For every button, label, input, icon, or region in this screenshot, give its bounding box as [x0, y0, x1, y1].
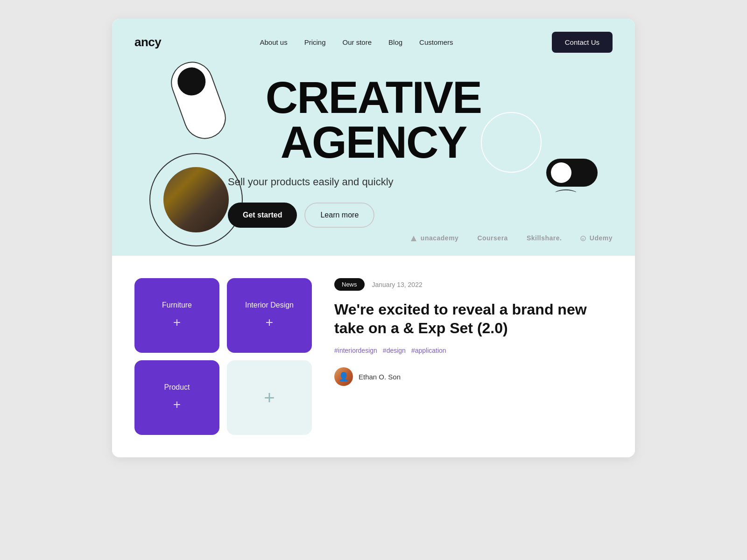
article-title: We're excited to reveal a brand new take… — [334, 300, 613, 337]
news-badge: News — [334, 278, 365, 291]
hero-title: CREATIVE AGENCY — [134, 75, 613, 165]
nav-blog[interactable]: Blog — [388, 38, 402, 46]
article-tags: #interiordesign #design #application — [334, 347, 613, 354]
hero-subtitle: Sell your products easily and quickly — [228, 174, 405, 189]
article-section: News January 13, 2022 We're excited to r… — [334, 278, 613, 435]
partner-skillshare: Skillshare. — [527, 234, 562, 242]
article-author: 👤 Ethan O. Son — [334, 367, 613, 386]
hero-section: ancy About us Pricing Our store Blog Cus… — [112, 19, 635, 256]
product-card[interactable]: Product + — [134, 360, 219, 435]
hero-buttons: Get started Learn more — [228, 203, 613, 228]
contact-us-button[interactable]: Contact Us — [552, 32, 613, 53]
nav-customers[interactable]: Customers — [419, 38, 453, 46]
interior-design-card[interactable]: Interior Design + — [227, 278, 312, 353]
author-name: Ethan O. Son — [359, 373, 401, 381]
svg-text:u: u — [582, 237, 585, 240]
nav-about-us[interactable]: About us — [260, 38, 287, 46]
page-wrapper: ancy About us Pricing Our store Blog Cus… — [112, 19, 635, 457]
circle-photo-decoration — [149, 153, 243, 246]
partner-unacademy-icon — [410, 235, 417, 242]
nav-our-store[interactable]: Our store — [343, 38, 372, 46]
svg-marker-0 — [411, 236, 416, 241]
cards-grid: Furniture + Interior Design + Product + … — [134, 278, 312, 435]
logo: ancy — [134, 35, 161, 49]
tag-application: #application — [411, 347, 446, 354]
bottom-section: Furniture + Interior Design + Product + … — [112, 256, 635, 457]
partner-udemy: u Udemy — [580, 234, 613, 242]
tag-design: #design — [383, 347, 406, 354]
author-avatar: 👤 — [334, 367, 353, 386]
learn-more-button[interactable]: Learn more — [304, 203, 374, 228]
partner-udemy-icon: u — [580, 236, 586, 241]
navigation: ancy About us Pricing Our store Blog Cus… — [112, 19, 635, 66]
partner-unacademy: unacademy — [410, 234, 458, 242]
furniture-card[interactable]: Furniture + — [134, 278, 219, 353]
add-new-card[interactable]: + — [227, 360, 312, 435]
get-started-button[interactable]: Get started — [228, 203, 297, 228]
partners-section: unacademy Coursera Skillshare. u Udemy — [410, 234, 613, 242]
partner-coursera: Coursera — [477, 234, 507, 242]
article-date: January 13, 2022 — [372, 281, 423, 288]
tag-interiordesign: #interiordesign — [334, 347, 377, 354]
article-meta: News January 13, 2022 — [334, 278, 613, 291]
nav-pricing[interactable]: Pricing — [304, 38, 326, 46]
nav-links: About us Pricing Our store Blog Customer… — [260, 38, 453, 46]
